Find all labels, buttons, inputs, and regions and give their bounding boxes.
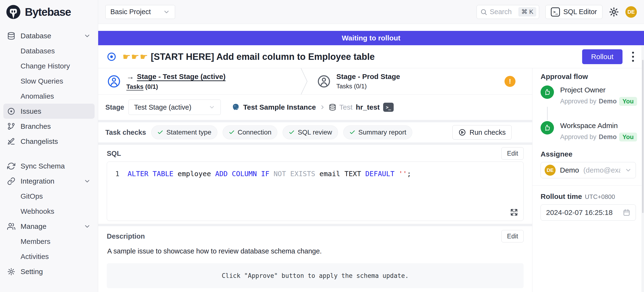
project-selector-value: Basic Project [110, 8, 151, 16]
sidebar-item-branches[interactable]: Branches [3, 119, 94, 134]
stage-warning-badge: ! [504, 76, 516, 87]
approver-name: Demo [599, 98, 617, 105]
sidebar-item-label: Manage [20, 222, 46, 230]
section-divider [98, 224, 532, 226]
description-body: A sample issue to showcase how to review… [107, 247, 524, 255]
stage-person-icon [107, 75, 121, 88]
chevron-right-icon [319, 104, 326, 110]
task-checks-label: Task checks [105, 128, 146, 136]
sidebar-item-database[interactable]: Database [3, 28, 94, 43]
sidebar-item-issues[interactable]: Issues [3, 104, 94, 119]
topbar: Basic Project ⌘ K >_ SQL Editor DE [98, 0, 644, 24]
sidebar-item-changelists[interactable]: Changelists [3, 134, 94, 149]
active-stage-arrow: → [126, 72, 134, 81]
line-number: 1 [107, 169, 128, 179]
run-checks-label: Run checks [470, 128, 506, 136]
scrollbar[interactable] [642, 46, 644, 292]
stage-person-icon [317, 75, 330, 88]
sync-refresh-icon [7, 162, 15, 170]
approver-name: Demo [599, 133, 617, 141]
search-input[interactable] [490, 8, 516, 16]
user-avatar[interactable]: DE [625, 6, 637, 18]
check-pill-label: Summary report [358, 128, 406, 136]
issue-detail-column: → Stage - Test Stage (active) Tasks (0/1… [98, 68, 532, 292]
assignee-heading: Assignee [540, 150, 636, 158]
description-edit-button[interactable]: Edit [502, 230, 524, 242]
pipeline-separator-chevron [300, 68, 308, 94]
sidebar-item-members[interactable]: Members [3, 234, 94, 249]
sidebar-item-activities[interactable]: Activities [3, 249, 94, 264]
pipeline-stage-prod[interactable]: Stage - Prod Stage Tasks (0/1) ! [308, 68, 532, 94]
main-content: Waiting to rollout ☛☛☛[START HERE] Add e… [98, 24, 644, 292]
check-pill-sql-review[interactable]: SQL review [282, 125, 338, 139]
sidebar-item-gitops[interactable]: GitOps [3, 189, 94, 204]
sql-section: SQL Edit 1 ALTER TABLE employee ADD COLU… [98, 145, 532, 224]
approval-step: Workspace Admin Approved byDemoYou [540, 121, 636, 141]
sidebar-item-label: Slow Queries [20, 77, 63, 85]
chevron-down-icon [625, 167, 632, 174]
approval-flow-heading: Approval flow [540, 73, 636, 81]
check-pill-statement-type[interactable]: Statement type [151, 125, 217, 139]
search-box[interactable]: ⌘ K [476, 5, 539, 19]
more-options-kebab-icon[interactable] [630, 50, 636, 63]
sidebar-item-label: Branches [20, 122, 51, 130]
sidebar-nav: Database Databases Change History Slow Q… [0, 24, 98, 279]
scrollbar-thumb[interactable] [642, 60, 644, 213]
you-badge: You [619, 132, 637, 141]
check-icon [288, 129, 295, 135]
stage-name-link[interactable]: Stage - Test Stage (active) [137, 73, 226, 81]
sql-editor-label: SQL Editor [563, 8, 597, 16]
rollout-button[interactable]: Rollout [582, 49, 622, 64]
you-badge: You [619, 97, 637, 106]
chevron-down-icon [208, 104, 215, 111]
sidebar-item-change-history[interactable]: Change History [3, 58, 94, 73]
rollout-time-input[interactable]: 2024-02-07 16:25:18 [540, 204, 636, 221]
sidebar-item-webhooks[interactable]: Webhooks [3, 204, 94, 219]
stage-tasks-link[interactable]: Tasks [126, 83, 144, 90]
sql-code-editor[interactable]: 1 ALTER TABLE employee ADD COLUMN IF NOT… [107, 162, 524, 221]
stage-select[interactable]: Test Stage (active) [128, 100, 221, 115]
gear-icon [7, 268, 15, 276]
database-name[interactable]: hr_test [356, 103, 380, 111]
approval-connector-line [547, 107, 548, 120]
pipeline-stage-test[interactable]: → Stage - Test Stage (active) Tasks (0/1… [98, 68, 300, 94]
play-circle-icon [458, 128, 466, 136]
description-section-label: Description [107, 232, 145, 240]
sidebar-item-slow-queries[interactable]: Slow Queries [3, 73, 94, 89]
run-checks-button[interactable]: Run checks [452, 125, 512, 139]
check-icon [349, 129, 356, 135]
assignee-name: Demo [560, 166, 579, 174]
chevron-down-icon [163, 8, 170, 16]
sidebar-item-label: Activities [20, 252, 49, 261]
check-icon [228, 129, 235, 135]
approval-role: Workspace Admin [560, 121, 637, 130]
check-icon [157, 129, 164, 135]
assignee-email: (demo@example [583, 166, 620, 174]
sidebar-item-label: Change History [20, 62, 70, 70]
approved-thumbs-up-icon [540, 85, 554, 99]
calendar-icon [623, 209, 630, 216]
project-selector[interactable]: Basic Project [105, 5, 175, 19]
open-sql-editor-icon[interactable]: >_ [383, 103, 394, 112]
sidebar-item-anomalies[interactable]: Anomalies [3, 89, 94, 104]
pointer-hands: ☛☛☛ [122, 52, 148, 62]
panel-divider [532, 186, 644, 186]
chevron-down-icon [84, 178, 91, 185]
sidebar-item-manage[interactable]: Manage [3, 219, 94, 234]
instance-name[interactable]: Test Sample Instance [243, 103, 316, 111]
settings-gear-icon[interactable] [609, 7, 619, 17]
assignee-select[interactable]: DE Demo (demo@example [540, 162, 636, 178]
sidebar-item-sync-schema[interactable]: Sync Schema [3, 159, 94, 174]
rollout-time-value: 2024-02-07 16:25:18 [546, 208, 623, 217]
sidebar-item-setting[interactable]: Setting [3, 264, 94, 279]
sidebar-item-label: Issues [20, 107, 41, 115]
sidebar-item-label: Databases [20, 47, 55, 55]
sql-edit-button[interactable]: Edit [502, 147, 524, 160]
expand-fullscreen-icon[interactable] [510, 208, 518, 216]
brand-logo[interactable]: Bytebase [0, 0, 98, 24]
sidebar-item-integration[interactable]: Integration [3, 174, 94, 189]
check-pill-summary-report[interactable]: Summary report [343, 125, 412, 139]
sql-editor-button[interactable]: >_ SQL Editor [545, 5, 602, 19]
check-pill-connection[interactable]: Connection [223, 125, 278, 139]
sidebar-item-databases[interactable]: Databases [3, 43, 94, 58]
